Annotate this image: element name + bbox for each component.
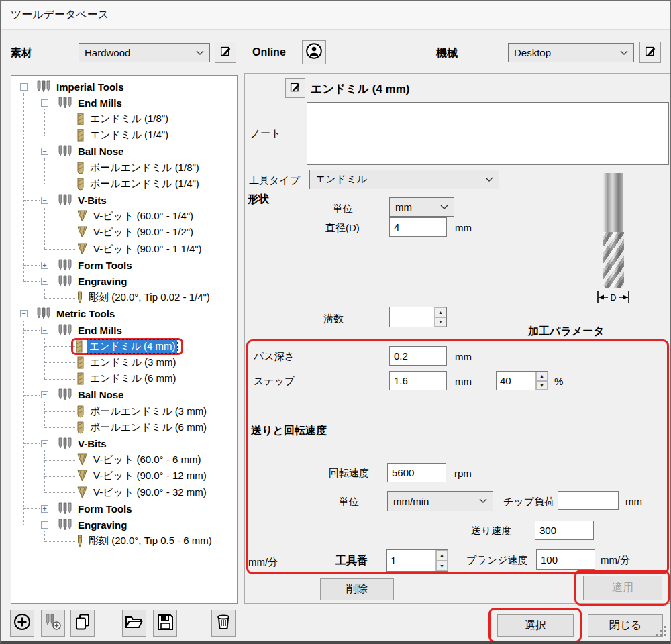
collapse-icon[interactable]: −: [41, 391, 48, 398]
tree-item[interactable]: −V-Bits: [11, 192, 237, 208]
ballnose-icon: [76, 405, 85, 418]
stepover-label: ステップ: [254, 375, 295, 388]
delete-tool-button[interactable]: [211, 610, 236, 637]
edit-material-button[interactable]: [215, 42, 236, 63]
close-button[interactable]: 閉じる: [588, 614, 663, 637]
tool-number-stepper[interactable]: ▲▼: [386, 549, 448, 572]
tree-item[interactable]: −V-Bits: [11, 435, 237, 451]
machine-dropdown[interactable]: Desktop: [508, 43, 634, 62]
geometry-units-dropdown[interactable]: mm: [389, 197, 454, 217]
collapse-icon[interactable]: −: [41, 327, 48, 334]
material-dropdown[interactable]: Hardwood: [79, 43, 210, 62]
stepover-input[interactable]: [389, 371, 447, 390]
ballnose-icon: [76, 178, 85, 191]
collapse-icon[interactable]: −: [41, 197, 48, 204]
chevron-down-icon: [620, 50, 628, 56]
resize-grip-icon[interactable]: [657, 627, 666, 636]
tree-item[interactable]: −End Mills: [11, 95, 237, 111]
tool-type-dropdown[interactable]: エンドミル: [309, 170, 499, 189]
engraving-icon: [76, 291, 83, 304]
geometry-section-label: 形状: [248, 193, 269, 207]
tree-item-label: V-ビット (90.0° - 12 mm): [93, 470, 207, 482]
expand-icon[interactable]: +: [41, 262, 48, 269]
tree-item[interactable]: +Form Tools: [11, 500, 237, 517]
step-down-icon[interactable]: ▼: [536, 381, 548, 390]
tree-item-label: 彫刻 (20.0°, Tip 0.02 - 1/4"): [89, 291, 210, 304]
tree-guide-line: [23, 152, 40, 152]
tree-item-label: V-ビット (60.0° - 6 mm): [93, 453, 201, 466]
tree-item[interactable]: −Engraving: [11, 517, 237, 533]
flutes-input[interactable]: [390, 307, 434, 327]
step-up-icon[interactable]: ▲: [536, 372, 548, 381]
chipload-input[interactable]: [558, 491, 619, 510]
step-up-icon[interactable]: ▲: [436, 550, 448, 561]
edit-tool-name-button[interactable]: [285, 78, 305, 98]
tool-tree[interactable]: −Imperial Tools−End Millsエンドミル (1/8")エンド…: [11, 75, 238, 604]
tree-guide-line: [44, 402, 45, 427]
tree-item[interactable]: −Metric Tools: [11, 306, 237, 322]
copy-tool-button[interactable]: [70, 610, 95, 637]
tree-item[interactable]: +Form Tools: [11, 257, 237, 273]
step-up-icon[interactable]: ▲: [435, 307, 446, 317]
tree-item-label: V-ビット (90.0° - 32 mm): [93, 486, 207, 499]
feed-units-value: mm/min: [393, 496, 429, 507]
tree-item[interactable]: −Ball Nose: [11, 387, 237, 403]
collapse-icon[interactable]: −: [41, 440, 48, 447]
collapse-icon[interactable]: −: [20, 310, 28, 317]
dialog-title: ツールデータベース: [11, 8, 109, 22]
flutes-stepper[interactable]: ▲▼: [389, 307, 447, 327]
collapse-icon[interactable]: −: [41, 278, 48, 285]
delete-button[interactable]: 削除: [320, 578, 394, 600]
online-account-button[interactable]: [302, 40, 326, 64]
tree-item-label: End Mills: [78, 325, 122, 336]
tree-guide-line: [23, 525, 40, 525]
tree-guide-line: [44, 249, 75, 250]
collapse-icon[interactable]: −: [41, 521, 48, 529]
tree-item[interactable]: −Imperial Tools: [11, 78, 237, 95]
tree-item-label: ボールエンドミル (1/8"): [90, 162, 199, 174]
machine-label: 機械: [436, 46, 458, 60]
tool-detail-panel: エンドミル (4 mm) ノート 工具タイプ エンドミル 形状 単位 mm 直径…: [244, 73, 671, 604]
new-tool-button[interactable]: [10, 610, 34, 637]
tree-item[interactable]: −End Mills: [11, 322, 237, 338]
notes-input[interactable]: [307, 102, 669, 165]
import-database-button[interactable]: [122, 610, 146, 637]
tree-guide-line: [44, 233, 75, 233]
stepover-percent-stepper[interactable]: ▲▼: [496, 371, 548, 390]
pass-depth-input[interactable]: [389, 346, 447, 366]
diameter-input[interactable]: [389, 217, 447, 237]
chevron-down-icon: [440, 205, 448, 210]
step-down-icon[interactable]: ▼: [436, 561, 448, 572]
collapse-icon[interactable]: −: [41, 148, 48, 155]
collapse-icon[interactable]: −: [20, 83, 28, 91]
plunge-rate-label: プランジ速度: [466, 554, 527, 567]
new-tool-group-button[interactable]: [41, 610, 65, 637]
stepover-percent-input[interactable]: [497, 372, 535, 390]
tree-guide-line: [44, 109, 45, 135]
tree-guide-line: [23, 321, 24, 525]
tool-number-input[interactable]: [387, 550, 435, 571]
tree-item[interactable]: −Engraving: [11, 273, 237, 289]
tree-item[interactable]: −Ball Nose: [11, 144, 237, 160]
notes-label: ノート: [250, 127, 281, 140]
feed-rate-input[interactable]: [535, 521, 594, 540]
expand-icon[interactable]: +: [41, 505, 48, 513]
endmill-icon: [76, 372, 85, 385]
tree-item-label: エンドミル (1/8"): [90, 113, 168, 125]
spindle-speed-input[interactable]: [387, 463, 446, 482]
export-database-button[interactable]: [153, 610, 177, 637]
plunge-rate-input[interactable]: [536, 549, 595, 570]
tree-guide-line: [23, 281, 40, 282]
tree-guide-line: [44, 119, 75, 119]
step-down-icon[interactable]: ▼: [435, 317, 446, 327]
feed-units-dropdown[interactable]: mm/min: [387, 491, 493, 511]
collapse-icon[interactable]: −: [41, 99, 48, 107]
tool-shank: [603, 173, 623, 232]
add-tool-group-icon: [44, 613, 62, 633]
tool-group-icon: [58, 437, 72, 450]
select-button[interactable]: 選択: [497, 614, 574, 637]
endmill-icon: [76, 129, 85, 142]
apply-button[interactable]: 適用: [583, 576, 662, 600]
edit-machine-button[interactable]: [639, 42, 661, 63]
tree-item-label: エンドミル (3 mm): [90, 356, 176, 369]
